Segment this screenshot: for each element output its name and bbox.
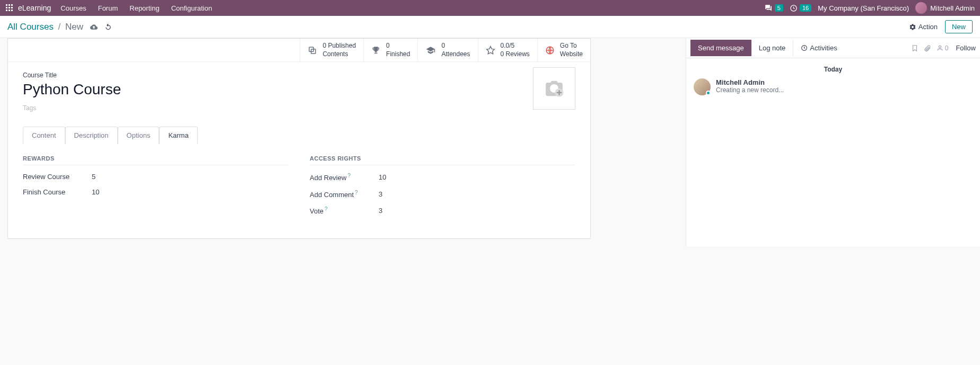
svg-rect-1 — [8, 4, 10, 6]
message-author: Mitchell Admin — [716, 78, 784, 86]
chatter-toolbar: Send message Log note Activities 0 Follo… — [686, 38, 980, 58]
stat-text: Attendees — [441, 50, 470, 59]
add-comment-value[interactable]: 3 — [379, 190, 382, 198]
chatter-panel: Send message Log note Activities 0 Follo… — [686, 38, 980, 246]
stat-text: Website — [560, 50, 583, 59]
trophy-icon — [371, 46, 381, 55]
globe-icon — [545, 46, 555, 55]
breadcrumb: All Courses / New — [7, 22, 83, 32]
followers-count[interactable]: 0 — [937, 44, 949, 52]
nav-forum[interactable]: Forum — [98, 4, 118, 12]
vote-label: Vote — [310, 207, 323, 215]
apps-grid-icon[interactable] — [5, 4, 14, 12]
tab-content[interactable]: Content — [23, 127, 65, 144]
stat-reviews[interactable]: 0.0/50 Reviews — [478, 39, 537, 61]
stat-published[interactable]: 0 PublishedContents — [300, 39, 363, 61]
log-note-button[interactable]: Log note — [751, 40, 793, 56]
course-title-label: Course Title — [23, 72, 575, 79]
help-icon[interactable]: ? — [347, 173, 351, 179]
svg-rect-0 — [6, 4, 7, 6]
action-label: Action — [918, 23, 938, 31]
activities-indicator[interactable]: 16 — [790, 4, 811, 12]
company-switcher[interactable]: My Company (San Francisco) — [818, 4, 909, 12]
stat-text: Finished — [386, 50, 410, 59]
attachment-icon[interactable] — [924, 44, 931, 52]
add-comment-label: Add Comment — [310, 191, 354, 199]
messages-indicator[interactable]: 5 — [764, 4, 783, 12]
stat-text: 0 Reviews — [501, 50, 530, 59]
stat-text: 0 — [441, 42, 470, 50]
company-name: My Company (San Francisco) — [818, 4, 909, 12]
review-course-value[interactable]: 5 — [92, 173, 95, 181]
stat-finished[interactable]: 0Finished — [363, 39, 417, 61]
nav-configuration[interactable]: Configuration — [171, 4, 212, 12]
activities-button[interactable]: Activities — [793, 40, 844, 56]
tab-pane-karma: REWARDS Review Course 5 Finish Course 10… — [8, 145, 590, 238]
user-name: Mitchell Admin — [930, 4, 975, 12]
stat-text: Contents — [322, 50, 356, 59]
stat-text: 0.0/5 — [501, 42, 530, 50]
svg-rect-6 — [6, 10, 7, 11]
add-review-label: Add Review — [310, 174, 346, 182]
stat-text: 0 Published — [322, 42, 356, 50]
breadcrumb-current: New — [65, 22, 83, 32]
follow-button[interactable]: Follow — [956, 44, 976, 52]
svg-rect-2 — [11, 4, 13, 6]
stat-buttons: 0 PublishedContents 0Finished 0Attendees… — [8, 39, 590, 62]
stat-website[interactable]: Go ToWebsite — [537, 39, 590, 61]
tabs-container: Content Description Options Karma — [23, 127, 575, 144]
access-rights-title: ACCESS RIGHTS — [310, 155, 575, 165]
star-icon — [486, 46, 495, 55]
chatter-message: Mitchell Admin Creating a new record... — [694, 78, 973, 95]
finish-course-value[interactable]: 10 — [92, 188, 99, 196]
user-menu[interactable]: Mitchell Admin — [915, 2, 975, 14]
app-brand[interactable]: eLearning — [18, 4, 51, 12]
svg-rect-3 — [6, 7, 7, 8]
graduation-icon — [425, 46, 436, 55]
avatar — [915, 2, 927, 14]
nav-reporting[interactable]: Reporting — [129, 4, 159, 12]
control-panel: All Courses / New Action New — [0, 16, 980, 38]
svg-point-16 — [939, 46, 941, 48]
tags-field[interactable]: Tags — [23, 104, 575, 112]
svg-rect-5 — [11, 7, 13, 8]
cloud-save-icon[interactable] — [90, 23, 98, 31]
action-menu[interactable]: Action — [909, 23, 938, 31]
help-icon[interactable]: ? — [325, 206, 328, 212]
activities-count: 16 — [800, 4, 811, 12]
stat-text: 0 — [386, 42, 410, 50]
message-body: Creating a new record... — [716, 86, 784, 94]
gear-icon — [909, 23, 916, 31]
nav-courses[interactable]: Courses — [60, 4, 86, 12]
clock-icon — [801, 44, 808, 51]
copy-icon — [308, 46, 317, 55]
help-icon[interactable]: ? — [355, 190, 358, 195]
svg-rect-4 — [8, 7, 10, 8]
finish-course-label: Finish Course — [23, 188, 92, 196]
course-title-input[interactable] — [23, 80, 409, 99]
discard-icon[interactable] — [104, 23, 112, 31]
course-image-upload[interactable] — [533, 67, 575, 110]
chat-icon — [764, 4, 773, 12]
activities-label: Activities — [810, 44, 837, 52]
svg-rect-7 — [8, 10, 10, 11]
clock-icon — [790, 4, 798, 12]
stat-attendees[interactable]: 0Attendees — [417, 39, 477, 61]
avatar — [694, 78, 711, 95]
tab-description[interactable]: Description — [65, 127, 118, 144]
add-review-value[interactable]: 10 — [379, 173, 386, 181]
stat-text: Go To — [560, 42, 583, 50]
rewards-title: REWARDS — [23, 155, 288, 165]
chatter-date: Today — [694, 66, 973, 73]
send-message-button[interactable]: Send message — [690, 40, 751, 56]
tab-options[interactable]: Options — [118, 127, 160, 144]
svg-marker-12 — [486, 46, 494, 54]
breadcrumb-sep: / — [58, 22, 61, 32]
tab-karma[interactable]: Karma — [159, 127, 197, 144]
messages-count: 5 — [775, 4, 783, 12]
form-sheet: 0 PublishedContents 0Finished 0Attendees… — [7, 38, 591, 239]
bookmark-icon[interactable] — [911, 44, 918, 52]
breadcrumb-root[interactable]: All Courses — [7, 22, 54, 32]
new-button[interactable]: New — [945, 20, 973, 33]
vote-value[interactable]: 3 — [379, 207, 382, 215]
